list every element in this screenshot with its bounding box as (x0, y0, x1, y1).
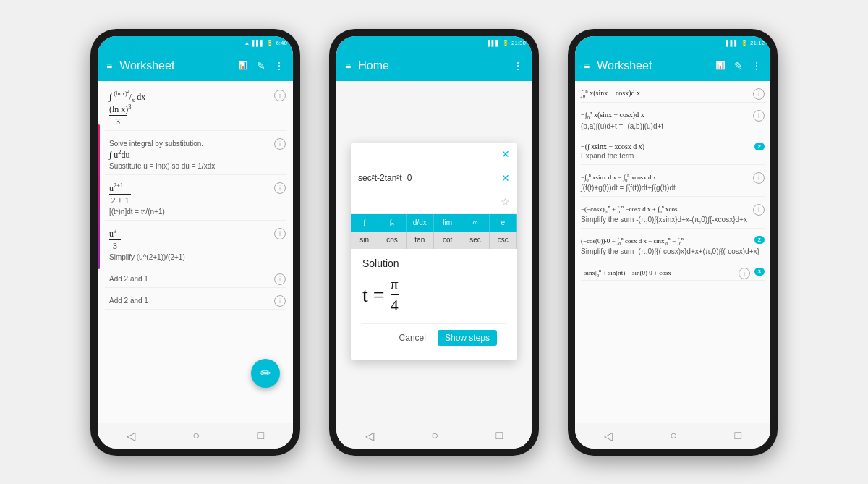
back-btn-2[interactable]: ◁ (365, 429, 374, 443)
kbd-sec[interactable]: sec (461, 232, 489, 249)
fraction-line (391, 294, 399, 296)
info-2[interactable]: i (274, 182, 286, 194)
square-btn-3[interactable]: □ (735, 429, 742, 442)
math-item-solve: Solve integral by substitution. ∫ u2du S… (105, 135, 286, 175)
info-4[interactable]: i (274, 273, 286, 285)
answer-0: (ln x)3 3 (109, 103, 286, 127)
menu-icon-1[interactable]: ≡ (105, 59, 114, 73)
math-item-0: ∫ (ln x)2/x dx (ln x)3 3 i (105, 87, 286, 131)
app-bar-3: ≡ Worksheet 📊 ✎ ⋮ (575, 51, 770, 81)
p3-formula-6: −sinx|0n + sin(πt) − sin(0)·0 + cosx (581, 268, 765, 278)
edit-icon-1[interactable]: ✎ (255, 59, 267, 73)
formula-0: ∫ (ln x)2/x dx (109, 90, 286, 103)
dialog-buttons: Cancel Show steps (362, 323, 506, 352)
info-5[interactable]: i (274, 295, 286, 307)
fab-button[interactable]: ✏ (251, 359, 280, 388)
p3-info-1[interactable]: i (753, 110, 765, 122)
kbd-integral-n[interactable]: ∫ₙ (378, 214, 406, 232)
home-btn-1[interactable]: ○ (192, 429, 200, 442)
dialog-input-2: sec²t-2tan²t=0 ✕ (351, 166, 517, 190)
dialog-star-row: ☆ (351, 190, 517, 214)
status-bar-2: ▌▌▌ 🔋 21:30 (336, 36, 532, 51)
signal-icon-3: ▌▌▌ (726, 40, 739, 46)
kbd-ddx[interactable]: d/dx (407, 214, 434, 232)
kbd-e[interactable]: e (490, 214, 517, 232)
left-accent (98, 124, 100, 269)
battery-icon-3: 🔋 (741, 40, 748, 46)
p3-formula-2: −(∫ xsinx − xcosx d x) (581, 143, 765, 150)
close-icon-2[interactable]: ✕ (501, 172, 510, 184)
graph-icon-1[interactable]: 📊 (237, 59, 250, 72)
p3-item-5: (−cos(0))·0 − ∫0n cosx d x + sinx|0n − ∫… (581, 233, 765, 260)
p3-note-2: Expand the term (581, 152, 765, 160)
phone-3: ▌▌▌ 🔋 21:12 ≡ Worksheet 📊 ✎ ⋮ ∫0n x(sinx… (568, 29, 778, 456)
formula-1: ∫ u2du (109, 149, 286, 161)
p3-formula-3: −∫0n xsinx d x − ∫0n xcosx d x (581, 172, 765, 182)
p3-item-1: −∫0n x(sinx − cosx)d x (b,a)∫(u)d+t = -(… (581, 107, 765, 135)
square-btn-1[interactable]: □ (258, 429, 265, 442)
star-icon[interactable]: ☆ (501, 196, 510, 208)
status-bar-3: ▌▌▌ 🔋 21:12 (575, 36, 770, 51)
more-icon-1[interactable]: ⋮ (273, 59, 286, 73)
math-item-3: u3 3 Simplify (u^(2+1))/(2+1) i (105, 225, 286, 266)
solution-label: Solution (362, 258, 506, 269)
battery-icon-2: 🔋 (502, 40, 509, 46)
status-icons-2: ▌▌▌ 🔋 21:30 (488, 40, 526, 46)
math-item-4: Add 2 and 1 i (105, 271, 286, 288)
info-3[interactable]: i (274, 228, 286, 239)
square-btn-2[interactable]: □ (496, 429, 503, 442)
math-keyboard: ∫ ∫ₙ d/dx lim ∞ e sin cos tan cot sec cs… (351, 214, 517, 249)
note-5: Add 2 and 1 (109, 297, 286, 305)
bottom-nav-2: ◁ ○ □ (336, 423, 532, 449)
p3-formula-5: (−cos(0))·0 − ∫0n cosx d x + sinx|0n − ∫… (581, 236, 765, 246)
home-btn-3[interactable]: ○ (670, 429, 677, 442)
kbd-inf[interactable]: ∞ (461, 214, 489, 232)
solution-formula: t = π 4 (362, 275, 506, 315)
more-icon-2[interactable]: ⋮ (511, 59, 524, 73)
kbd-sin[interactable]: sin (351, 232, 378, 249)
kbd-cot[interactable]: cot (434, 232, 461, 249)
p3-item-6: −sinx|0n + sin(πt) − sin(0)·0 + cosx 3 i (581, 265, 765, 281)
app-title-3: Worksheet (597, 59, 708, 72)
menu-icon-2[interactable]: ≡ (344, 59, 352, 73)
note-3: Simplify (u^(2+1))/(2+1) (109, 253, 286, 261)
cancel-button[interactable]: Cancel (393, 330, 432, 346)
formula-input[interactable]: sec²t-2tan²t=0 (358, 173, 412, 183)
info-0[interactable]: i (274, 90, 286, 101)
close-icon-1[interactable]: ✕ (501, 148, 510, 160)
edit-icon-3[interactable]: ✎ (733, 59, 744, 73)
p3-info-0[interactable]: i (753, 88, 765, 100)
content-1: ∫ (ln x)2/x dx (ln x)3 3 i Solve integra… (98, 81, 293, 423)
kbd-csc[interactable]: csc (490, 232, 517, 249)
p3-formula-0: ∫0n x(sinx − cosx)d x (581, 88, 765, 99)
battery-icon: 🔋 (266, 40, 273, 46)
more-icon-3[interactable]: ⋮ (750, 59, 763, 73)
kbd-row-1: ∫ ∫ₙ d/dx lim ∞ e (351, 214, 517, 232)
back-btn-1[interactable]: ◁ (127, 429, 135, 443)
app-title-1: Worksheet (119, 59, 231, 72)
pi-fraction: π 4 (391, 275, 399, 315)
info-1[interactable]: i (274, 138, 286, 150)
home-btn-2[interactable]: ○ (431, 429, 438, 442)
p3-info-6[interactable]: i (739, 268, 750, 279)
p3-item-4: −(−cosx)|0n + ∫0n −cosx d x + ∫0n xcos S… (581, 201, 765, 229)
kbd-tan[interactable]: tan (407, 232, 434, 249)
kbd-cos[interactable]: cos (378, 232, 406, 249)
p3-note-3: ∫(f(t)+g(t))dt = ∫(f(t))dt+∫(g(t))dt (581, 184, 765, 192)
p3-formula-4: −(−cosx)|0n + ∫0n −cosx d x + ∫0n xcos (581, 204, 765, 214)
graph-icon-3[interactable]: 📊 (714, 59, 727, 72)
back-btn-3[interactable]: ◁ (604, 429, 613, 443)
show-steps-button[interactable]: Show steps (438, 330, 497, 346)
p3-info-4[interactable]: i (753, 204, 765, 216)
dialog-box: ✕ sec²t-2tan²t=0 ✕ ☆ ∫ ∫ₙ d/dx (351, 143, 517, 361)
kbd-lim[interactable]: lim (434, 214, 461, 232)
status-icons-1: ▲ ▌▌▌ 🔋 6:40 (244, 40, 287, 46)
note-2: [(tⁿ)n]dt = tⁿ/(n+1) (109, 208, 286, 216)
p3-note-4: Simplify the sum -(π,0)∫{xsinx}d+x-(π,0)… (581, 216, 765, 224)
kbd-integral[interactable]: ∫ (351, 214, 378, 232)
formula-3: u3 3 (109, 228, 286, 252)
pi-num: π (391, 275, 399, 294)
p3-badge-5: 2 (754, 236, 765, 244)
wifi-icon: ▲ (244, 40, 250, 46)
menu-icon-3[interactable]: ≡ (582, 59, 591, 73)
